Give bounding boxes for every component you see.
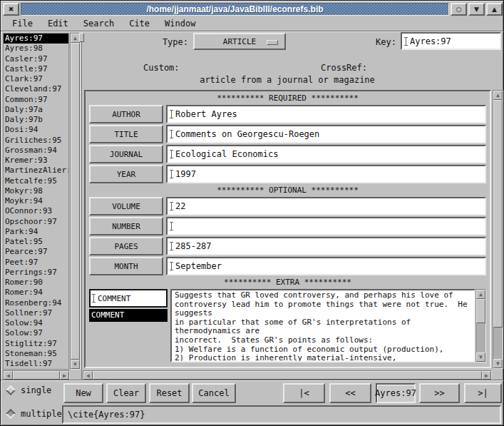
list-item[interactable]: MartinezAlier:9 xyxy=(4,166,68,176)
scroll-thumb[interactable] xyxy=(93,371,482,380)
mode-single-radio[interactable]: single xyxy=(7,385,51,395)
form-hscrollbar[interactable]: ◀ ▶ xyxy=(83,370,492,380)
title-field[interactable]: Comments on Georgescu-Roegen xyxy=(166,125,486,143)
menu-item-file[interactable]: File xyxy=(10,18,35,29)
list-item[interactable]: Ayres:98 xyxy=(4,44,68,54)
type-dropdown[interactable]: ARTICLE xyxy=(193,33,286,50)
journal-label-button[interactable]: JOURNAL xyxy=(89,145,163,163)
volume-label-button[interactable]: VOLUME xyxy=(89,197,163,215)
list-item[interactable]: Pearce:97 xyxy=(4,247,68,257)
list-item[interactable]: Solow:94 xyxy=(4,318,68,328)
list-item[interactable]: Ayres:97 xyxy=(4,34,68,44)
list-item[interactable]: Solow:97 xyxy=(4,328,68,338)
list-item[interactable]: Sollner:97 xyxy=(4,308,68,318)
list-item[interactable]: Romer:94 xyxy=(4,288,68,298)
menu-item-edit[interactable]: Edit xyxy=(46,18,71,29)
list-item[interactable]: Griliches:95 xyxy=(4,136,68,146)
entry-list-hscrollbar[interactable]: ◀ ▶ xyxy=(3,370,70,380)
list-item[interactable]: Moykr:94 xyxy=(4,196,68,206)
list-item[interactable]: Common:97 xyxy=(4,95,68,105)
year-field[interactable]: 1997 xyxy=(166,165,486,183)
menu-item-search[interactable]: Search xyxy=(81,18,116,29)
month-label-button[interactable]: MONTH xyxy=(89,257,163,275)
menu-item-window[interactable]: Window xyxy=(163,18,197,29)
journal-field[interactable]: Ecological Economics xyxy=(166,145,486,163)
nav-next-button[interactable]: >> xyxy=(419,383,460,403)
textarea-vscrollbar[interactable]: ▲ ▼ xyxy=(475,289,486,362)
nav-prev-button[interactable]: << xyxy=(329,383,371,403)
title-strip[interactable]: /home/jjanmaat/java/JavaBibIII/econrefs.… xyxy=(21,3,449,16)
list-item[interactable]: Stiglitz:97 xyxy=(4,339,68,349)
titlebar[interactable]: ✖ /home/jjanmaat/java/JavaBibIII/econref… xyxy=(3,3,503,16)
list-item[interactable]: Romer:90 xyxy=(4,278,68,288)
year-label-button[interactable]: YEAR xyxy=(89,165,163,183)
list-item[interactable]: Daly:97a xyxy=(4,105,68,115)
form-vscrollbar[interactable]: ▲ ▼ xyxy=(493,90,503,369)
sash-handle[interactable] xyxy=(79,33,84,42)
list-item[interactable]: Clark:97 xyxy=(4,74,68,84)
list-item[interactable]: Stoneman:95 xyxy=(4,349,68,359)
list-item[interactable]: Metcalfe:95 xyxy=(4,176,68,186)
scroll-thumb[interactable] xyxy=(476,299,485,323)
scroll-left-icon[interactable]: ◀ xyxy=(83,371,93,380)
list-item[interactable]: Mokyr:98 xyxy=(4,186,68,196)
nav-last-button[interactable]: >| xyxy=(464,383,502,403)
pages-field[interactable]: 285-287 xyxy=(166,237,486,255)
scroll-trough[interactable] xyxy=(493,328,503,359)
volume-field[interactable]: 22 xyxy=(166,197,486,215)
pages-label-button[interactable]: PAGES xyxy=(89,237,163,255)
list-item[interactable]: Casler:97 xyxy=(4,54,68,64)
shade-button[interactable]: ▼ xyxy=(468,3,485,16)
author-field[interactable]: Robert Ayres xyxy=(166,105,486,123)
list-item[interactable]: Dosi:94 xyxy=(4,125,68,135)
list-item[interactable]: Rosenberg:94 xyxy=(4,298,68,308)
nav-first-button[interactable]: |< xyxy=(283,383,325,403)
scroll-trough[interactable] xyxy=(476,323,485,353)
extra-field-combo-input[interactable]: COMMENT xyxy=(89,289,168,308)
cancel-button[interactable]: Cancel xyxy=(192,383,236,403)
title-label-button[interactable]: TITLE xyxy=(89,125,163,143)
list-item[interactable]: Kremer:93 xyxy=(4,156,68,166)
scroll-left-icon[interactable]: ◀ xyxy=(4,371,13,380)
scroll-thumb[interactable] xyxy=(13,371,60,380)
comment-textarea[interactable]: Suggests that GR loved controversy, and … xyxy=(170,289,475,362)
key-field[interactable]: Ayres:97 xyxy=(401,32,501,50)
extra-field-list-item-selected[interactable]: COMMENT xyxy=(89,309,168,322)
scroll-thumb[interactable] xyxy=(493,100,503,328)
list-item[interactable]: Tisdell:97 xyxy=(4,359,68,369)
list-item[interactable]: Perrings:97 xyxy=(4,268,68,278)
list-item[interactable]: Daly:97b xyxy=(4,115,68,125)
list-item[interactable]: Cleveland:97 xyxy=(4,84,68,94)
list-item[interactable]: Peet:97 xyxy=(4,258,68,268)
list-item[interactable]: Patel:95 xyxy=(4,237,68,247)
author-label-button[interactable]: AUTHOR xyxy=(89,105,163,123)
scroll-thumb[interactable] xyxy=(71,43,80,360)
list-item[interactable]: Grossman:94 xyxy=(4,146,68,156)
entry-list-vscrollbar[interactable]: ▲ ▼ xyxy=(70,33,81,370)
scroll-right-icon[interactable]: ▶ xyxy=(60,371,69,380)
list-item[interactable]: Castle:97 xyxy=(4,64,68,74)
iconify-button[interactable]: ○ xyxy=(451,3,467,16)
month-field[interactable]: September xyxy=(166,257,486,275)
menu-item-cite[interactable]: Cite xyxy=(127,18,152,29)
reset-button[interactable]: Reset xyxy=(149,383,190,403)
clear-button[interactable]: Clear xyxy=(106,383,146,403)
list-item[interactable]: Park:94 xyxy=(4,227,68,237)
close-button[interactable]: ✖ xyxy=(3,3,19,16)
cite-field[interactable]: \cite{Ayres:97} xyxy=(62,405,501,424)
scroll-down-icon[interactable]: ▼ xyxy=(476,353,485,362)
new-button[interactable]: New xyxy=(63,383,103,403)
number-field[interactable] xyxy=(166,217,486,235)
maximize-button[interactable]: ▲ xyxy=(486,3,503,16)
scroll-down-icon[interactable]: ▼ xyxy=(493,359,503,368)
nav-current-display[interactable]: Ayres:97 xyxy=(376,383,416,403)
list-item[interactable]: OConnor:93 xyxy=(4,206,68,216)
list-item[interactable]: Opschoor:97 xyxy=(4,217,68,227)
scroll-up-icon[interactable]: ▲ xyxy=(493,91,503,100)
scroll-up-icon[interactable]: ▲ xyxy=(476,290,485,299)
scroll-down-icon[interactable]: ▼ xyxy=(71,360,80,369)
scroll-right-icon[interactable]: ▶ xyxy=(482,371,491,380)
number-label-button[interactable]: NUMBER xyxy=(89,217,163,235)
mode-multiple-radio[interactable]: multiple xyxy=(7,409,62,419)
option-menu-indicator-icon xyxy=(267,40,278,45)
